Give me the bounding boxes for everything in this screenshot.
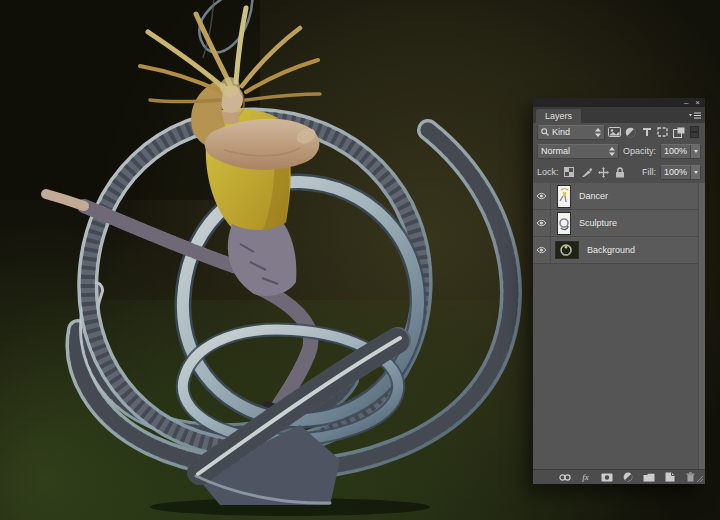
opacity-dropdown-arrow-icon[interactable] (690, 145, 700, 158)
new-group-icon[interactable] (642, 470, 655, 484)
visibility-toggle[interactable] (533, 183, 551, 209)
layer-styles-icon[interactable]: fx (579, 470, 592, 484)
pixel-layer-filter-icon[interactable] (608, 125, 621, 139)
dropdown-stepper-icon (609, 147, 615, 156)
fill-value: 100% (661, 167, 690, 177)
blend-mode-value: Normal (541, 146, 606, 156)
type-layer-filter-icon[interactable] (640, 125, 653, 139)
eye-icon (536, 192, 547, 200)
visibility-toggle[interactable] (533, 237, 551, 263)
shape-layer-filter-icon[interactable] (656, 125, 669, 139)
blend-mode-dropdown[interactable]: Normal (537, 144, 619, 159)
filter-kind-label: Kind (552, 127, 592, 137)
add-layer-mask-icon[interactable] (600, 470, 613, 484)
layer-name: Sculpture (579, 218, 617, 228)
eye-icon (536, 219, 547, 227)
layers-list-scrollbar[interactable] (698, 183, 705, 469)
layer-row-sculpture[interactable]: Sculpture (533, 210, 705, 237)
blend-row: Normal Opacity: 100% (533, 141, 705, 161)
layer-name: Dancer (579, 191, 608, 201)
layers-list: Dancer Sculpture Background (533, 183, 705, 469)
panel-bottom-bar: fx (533, 469, 705, 484)
layer-thumbnail[interactable] (557, 212, 571, 235)
eye-icon (536, 246, 547, 254)
panel-window-chrome: – × (533, 98, 705, 107)
panel-resize-grip[interactable] (696, 475, 704, 483)
lock-all-icon[interactable] (614, 165, 627, 179)
minimize-button[interactable]: – (684, 99, 688, 107)
smart-object-filter-icon[interactable] (672, 125, 685, 139)
search-icon (541, 128, 549, 136)
layer-name: Background (587, 245, 635, 255)
new-adjustment-layer-icon[interactable] (621, 470, 634, 484)
dropdown-stepper-icon (595, 128, 601, 137)
opacity-label: Opacity: (623, 146, 656, 156)
tab-layers-label: Layers (545, 111, 572, 121)
adjustment-layer-filter-icon[interactable] (624, 125, 637, 139)
layer-filter-toggle-icon[interactable] (688, 125, 701, 139)
layer-row-background[interactable]: Background (533, 237, 705, 264)
link-layers-icon[interactable] (558, 470, 571, 484)
layers-panel: – × Layers Kind (533, 98, 705, 484)
opacity-value: 100% (661, 146, 690, 156)
fill-value-box[interactable]: 100% (660, 165, 701, 180)
filter-row: Kind (533, 123, 705, 141)
visibility-toggle[interactable] (533, 210, 551, 236)
lock-row: Lock: Fill: 100% (533, 161, 705, 183)
opacity-value-box[interactable]: 100% (660, 144, 701, 159)
tab-layers[interactable]: Layers (536, 109, 581, 123)
layer-thumbnail[interactable] (557, 185, 571, 208)
new-layer-icon[interactable] (663, 470, 676, 484)
panel-tab-bar: Layers (533, 107, 705, 123)
fill-dropdown-arrow-icon[interactable] (690, 166, 700, 179)
lock-position-icon[interactable] (597, 165, 610, 179)
fill-label: Fill: (642, 167, 656, 177)
lock-transparent-pixels-icon[interactable] (563, 165, 576, 179)
layer-row-dancer[interactable]: Dancer (533, 183, 705, 210)
filter-kind-dropdown[interactable]: Kind (537, 125, 605, 140)
lock-label: Lock: (537, 167, 559, 177)
close-button[interactable]: × (695, 99, 700, 107)
lock-image-pixels-icon[interactable] (580, 165, 593, 179)
panel-menu-icon[interactable] (688, 110, 702, 121)
layer-thumbnail[interactable] (555, 241, 579, 259)
